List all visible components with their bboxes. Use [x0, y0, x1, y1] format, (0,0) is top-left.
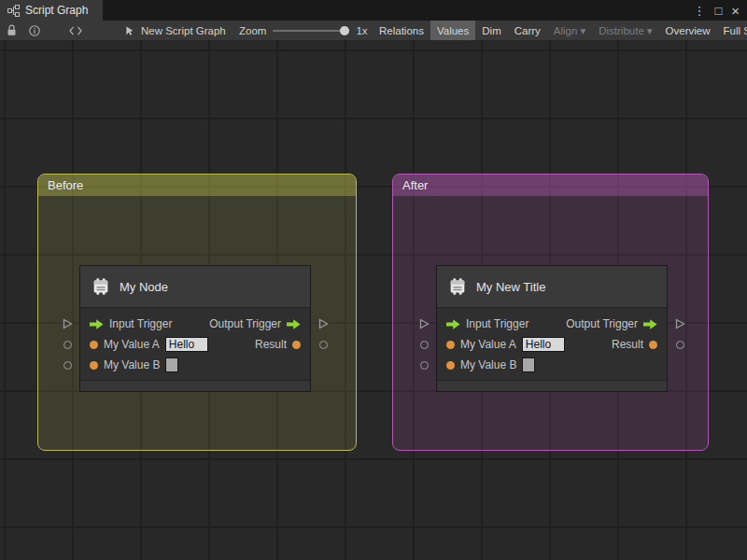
trigger-output-icon[interactable]	[643, 319, 657, 329]
tab-title: Script Graph	[25, 4, 88, 17]
node-my-node[interactable]: My Node Input Trigger Output Trigger	[79, 265, 311, 392]
value-input-icon[interactable]	[90, 361, 98, 370]
fullscreen-button[interactable]: Full Scr	[717, 21, 747, 40]
node-my-new-title[interactable]: My New Title Input Trigger Output Trigge…	[436, 265, 668, 392]
ext-value-a-port[interactable]	[61, 338, 74, 351]
values-button[interactable]: Values	[430, 21, 475, 40]
my-value-b-field[interactable]	[165, 357, 178, 372]
node-container[interactable]: My Node Input Trigger Output Trigger	[79, 265, 311, 392]
distribute-label: Distribute	[599, 25, 644, 36]
carry-button[interactable]: Carry	[508, 21, 547, 40]
group-label: Before	[48, 178, 83, 192]
kebab-menu-icon[interactable]: ⋮	[693, 5, 705, 17]
port-label: Output Trigger	[566, 317, 638, 330]
code-icon[interactable]	[69, 21, 82, 40]
my-value-a-field[interactable]	[165, 337, 208, 352]
graph-pointer-icon	[124, 25, 135, 36]
node-title: My Node	[120, 280, 168, 294]
toolbar: New Script Graph Zoom 1x Relations Value…	[0, 21, 747, 41]
port-row-trigger: Input Trigger Output Trigger	[80, 314, 310, 334]
port-label: Result	[612, 338, 643, 351]
zoom-control: Zoom 1x	[239, 21, 368, 40]
lock-icon[interactable]	[7, 21, 17, 40]
node-ports: Input Trigger Output Trigger My Valu	[437, 308, 667, 380]
zoom-slider-handle[interactable]	[340, 26, 349, 35]
node-container[interactable]: My New Title Input Trigger Output Trigge…	[436, 265, 668, 392]
maximize-icon[interactable]: □	[714, 5, 722, 17]
ext-output-trigger-port[interactable]	[673, 317, 686, 330]
port-label: Output Trigger	[209, 317, 281, 330]
group-after-header[interactable]: After	[393, 175, 708, 196]
graph-breadcrumb[interactable]: New Script Graph	[124, 21, 226, 40]
trigger-output-icon[interactable]	[287, 319, 301, 329]
graph-canvas[interactable]: Before After	[0, 40, 747, 560]
graph-name: New Script Graph	[141, 25, 226, 36]
node-header[interactable]: My New Title	[437, 266, 667, 308]
value-output-icon[interactable]	[292, 341, 301, 349]
port-label: Input Trigger	[466, 317, 529, 330]
my-value-a-field[interactable]	[522, 337, 565, 352]
port-label: My Value B	[104, 358, 160, 371]
zoom-value: 1x	[356, 25, 367, 36]
my-value-b-field[interactable]	[522, 357, 535, 372]
trigger-input-icon[interactable]	[90, 319, 104, 329]
dim-button[interactable]: Dim	[475, 21, 507, 40]
window-controls: ⋮ □ ×	[693, 0, 747, 21]
ext-result-port[interactable]	[673, 338, 686, 351]
ext-value-a-port[interactable]	[417, 338, 430, 351]
align-label: Align	[554, 25, 578, 36]
toolbar-buttons: Relations Values Dim Carry Align ▾ Distr…	[373, 21, 747, 40]
align-button: Align ▾	[547, 21, 592, 40]
tab-script-graph[interactable]: Script Graph	[0, 0, 103, 21]
ext-input-trigger-port[interactable]	[417, 317, 430, 330]
overview-button[interactable]: Overview	[659, 21, 717, 40]
ext-result-port[interactable]	[317, 338, 330, 351]
zoom-label: Zoom	[239, 25, 266, 36]
port-row-value-a: My Value A Result	[80, 334, 310, 355]
trigger-input-icon[interactable]	[446, 319, 460, 329]
chevron-down-icon: ▾	[580, 24, 585, 37]
close-icon[interactable]: ×	[731, 4, 740, 18]
port-row-value-a: My Value A Result	[437, 334, 667, 355]
port-row-value-b: My Value B	[437, 355, 667, 375]
ext-value-b-port[interactable]	[61, 358, 74, 371]
unit-icon	[91, 276, 111, 297]
unit-icon	[447, 276, 468, 297]
script-graph-icon	[7, 5, 20, 17]
script-graph-window: Script Graph ⋮ □ ×	[0, 0, 747, 560]
port-label: My Value A	[104, 338, 160, 351]
value-output-icon[interactable]	[649, 341, 657, 349]
tab-bar: Script Graph ⋮ □ ×	[0, 0, 747, 21]
group-before-header[interactable]: Before	[38, 175, 356, 196]
port-label: Result	[255, 338, 287, 351]
port-label: My Value A	[460, 338, 516, 351]
node-footer	[80, 380, 310, 391]
ext-output-trigger-port[interactable]	[317, 317, 330, 330]
relations-button[interactable]: Relations	[373, 21, 430, 40]
zoom-slider[interactable]	[273, 30, 349, 32]
node-header[interactable]: My Node	[80, 266, 310, 308]
ext-value-b-port[interactable]	[417, 358, 430, 371]
node-footer	[437, 380, 667, 391]
distribute-button: Distribute ▾	[592, 21, 658, 40]
info-icon[interactable]	[29, 21, 40, 40]
group-label: After	[402, 178, 428, 192]
value-input-icon[interactable]	[446, 361, 455, 370]
ext-input-trigger-port[interactable]	[61, 317, 74, 330]
node-ports: Input Trigger Output Trigger My Valu	[80, 308, 310, 380]
chevron-down-icon: ▾	[647, 24, 653, 37]
port-label: My Value B	[460, 358, 516, 371]
port-row-value-b: My Value B	[80, 355, 310, 375]
port-label: Input Trigger	[109, 317, 172, 330]
value-input-icon[interactable]	[90, 341, 98, 349]
node-title: My New Title	[476, 280, 545, 294]
port-row-trigger: Input Trigger Output Trigger	[437, 314, 667, 334]
value-input-icon[interactable]	[446, 341, 455, 349]
